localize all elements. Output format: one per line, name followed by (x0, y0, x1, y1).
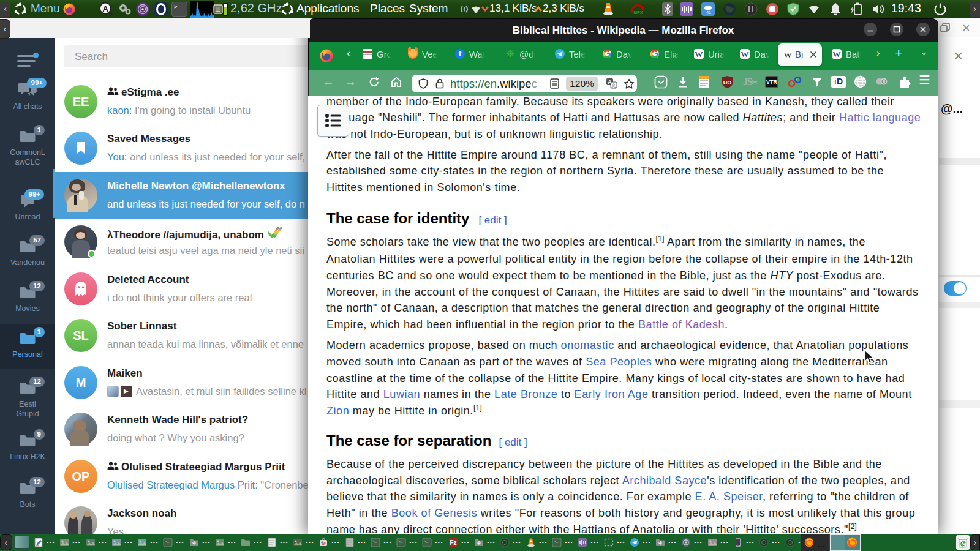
svg-text:文: 文 (611, 83, 616, 88)
svg-text:MPX: MPX (633, 10, 643, 15)
svg-text:W: W (741, 50, 749, 59)
svg-text:>_: >_ (372, 539, 377, 544)
svg-text:A: A (102, 4, 108, 13)
svg-text:Fz: Fz (450, 539, 456, 546)
svg-text:W: W (784, 50, 792, 59)
svg-text:>_: >_ (554, 539, 559, 544)
svg-text:W: W (833, 50, 841, 59)
svg-text:W: W (695, 50, 703, 59)
svg-text:>_: >_ (165, 539, 170, 544)
svg-text:UO: UO (723, 80, 732, 86)
svg-text:-41: -41 (705, 10, 711, 15)
svg-text:>_: >_ (424, 539, 429, 544)
svg-text:>_: >_ (398, 539, 403, 544)
